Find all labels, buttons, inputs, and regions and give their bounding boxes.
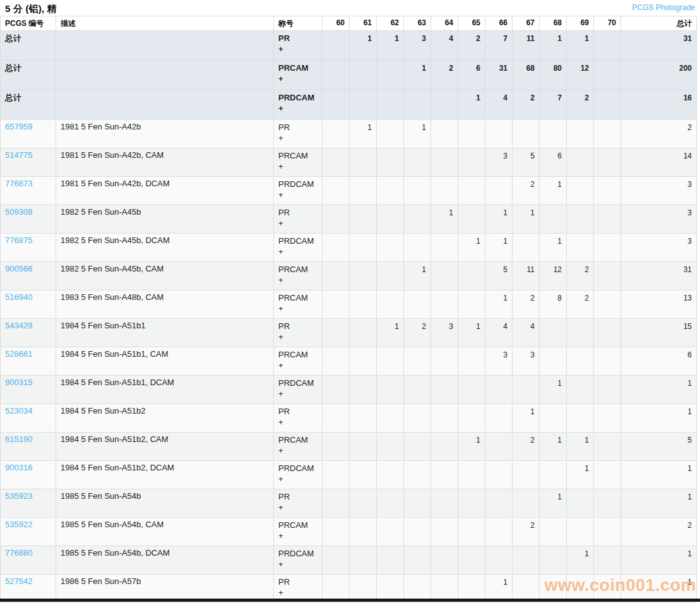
cell-grade-67: 4: [513, 319, 540, 347]
cell-total: 1: [621, 376, 697, 404]
cell-grade-70: [594, 31, 621, 61]
pcgs-number-link[interactable]: 776880: [5, 548, 32, 558]
cell-grade-65: [458, 262, 485, 290]
cell-grade-61: 1: [350, 120, 377, 148]
pcgs-number-link[interactable]: 523034: [5, 406, 32, 415]
cell-grade-60: [323, 290, 350, 319]
cell-pcgs-number: 543429: [1, 319, 56, 347]
pcgs-number-link[interactable]: 900316: [5, 463, 32, 472]
designation-label: PR: [278, 122, 317, 133]
cell-grade-64: [431, 177, 458, 205]
cell-total: 2: [621, 120, 697, 148]
cell-grade-66: 1: [485, 290, 513, 319]
cell-grade-61: [350, 404, 377, 433]
pcgs-number-link[interactable]: 776875: [5, 236, 32, 245]
cell-grade-66: [485, 376, 513, 404]
cell-grade-66: [485, 177, 513, 205]
pcgs-number-link[interactable]: 516940: [5, 292, 32, 302]
cell-grade-67: 68: [513, 61, 540, 90]
designation-plus: +: [278, 445, 317, 456]
designation-label: PRDCAM: [278, 236, 317, 246]
cell-grade-64: [431, 433, 458, 461]
cell-grade-67: 2: [513, 433, 540, 461]
cell-description: 1985 5 Fen Sun-A54b, DCAM: [56, 546, 274, 575]
cell-grade-68: 12: [540, 262, 567, 290]
table-row: 9003151984 5 Fen Sun-A51b1, DCAMPRDCAM+1…: [1, 376, 697, 404]
table-row: 5434291984 5 Fen Sun-A51b1PR+12314415: [1, 319, 697, 347]
cell-designation: PRCAM+: [274, 518, 323, 546]
cell-grade-69: 2: [567, 90, 594, 120]
cell-grade-68: 1: [540, 433, 567, 461]
cell-grade-62: [377, 148, 404, 177]
cell-grade-60: [323, 205, 350, 234]
page-title: 5 分 (铝), 精: [5, 3, 57, 15]
pcgs-number-link[interactable]: 528661: [5, 349, 32, 359]
designation-plus: +: [278, 360, 317, 371]
total-row: 总计PRCAM+12631688012200: [1, 61, 697, 90]
cell-grade-68: [540, 518, 567, 546]
column-header-pcgs: PCGS 编号: [1, 16, 56, 31]
column-header-total: 总计: [621, 16, 697, 31]
cell-grade-67: [513, 489, 540, 518]
table-row: 5147751981 5 Fen Sun-A42b, CAMPRCAM+3561…: [1, 148, 697, 177]
cell-grade-66: [485, 120, 513, 148]
designation-label: PRCAM: [278, 434, 317, 445]
table-row: 7768731981 5 Fen Sun-A42b, DCAMPRDCAM+21…: [1, 177, 697, 205]
designation-plus: +: [278, 133, 317, 143]
pcgs-number-link[interactable]: 900566: [5, 264, 32, 273]
cell-grade-61: [350, 205, 377, 234]
cell-grade-70: [594, 404, 621, 433]
pcgs-number-link[interactable]: 514775: [5, 150, 32, 160]
column-header-grade-68: 68: [540, 16, 567, 31]
cell-pcgs-number: 900315: [1, 376, 56, 404]
cell-grade-67: [513, 376, 540, 404]
cell-grade-65: 1: [458, 90, 485, 120]
cell-grade-60: [323, 546, 350, 575]
title-bar: 5 分 (铝), 精 PCGS Photograde: [0, 0, 700, 16]
cell-grade-62: [377, 546, 404, 575]
cell-grade-61: [350, 177, 377, 205]
cell-grade-64: 3: [431, 319, 458, 347]
pcgs-number-link[interactable]: 527542: [5, 576, 32, 586]
pcgs-number-link[interactable]: 615190: [5, 434, 32, 444]
pcgs-number-link[interactable]: 535923: [5, 491, 32, 501]
cell-grade-61: [350, 61, 377, 90]
cell-description: 1984 5 Fen Sun-A51b2, CAM: [56, 433, 274, 461]
cell-total: 2: [621, 518, 697, 546]
cell-pcgs-number: 535922: [1, 518, 56, 546]
cell-grade-69: [567, 347, 594, 376]
cell-grade-67: 1: [513, 205, 540, 234]
cell-grade-65: 1: [458, 319, 485, 347]
pcgs-number-link[interactable]: 776873: [5, 179, 32, 188]
cell-grade-66: 31: [485, 61, 513, 90]
pcgs-number-link[interactable]: 900315: [5, 378, 32, 387]
cell-grade-66: [485, 404, 513, 433]
pcgs-number-link[interactable]: 657959: [5, 122, 32, 131]
pcgs-number-link[interactable]: 543429: [5, 321, 32, 330]
cell-grade-65: [458, 177, 485, 205]
cell-description: 1984 5 Fen Sun-A51b2: [56, 404, 274, 433]
cell-grade-65: [458, 120, 485, 148]
cell-designation: PRCAM+: [274, 347, 323, 376]
designation-label: PR: [278, 576, 317, 587]
photograde-link[interactable]: PCGS Photograde: [632, 3, 695, 12]
cell-grade-67: 5: [513, 148, 540, 177]
pcgs-number-link[interactable]: 509308: [5, 207, 32, 217]
cell-pcgs-number: 528661: [1, 347, 56, 376]
cell-grade-66: 5: [485, 262, 513, 290]
cell-grade-62: [377, 262, 404, 290]
pcgs-number-link[interactable]: 535922: [5, 520, 32, 529]
cell-grade-66: [485, 433, 513, 461]
cell-grade-68: 1: [540, 489, 567, 518]
table-row: 7768801985 5 Fen Sun-A54b, DCAMPRDCAM+11: [1, 546, 697, 575]
cell-grade-61: [350, 90, 377, 120]
designation-plus: +: [278, 161, 317, 172]
cell-grade-66: 1: [485, 234, 513, 262]
cell-grade-70: [594, 518, 621, 546]
cell-description: 1985 5 Fen Sun-A54b: [56, 489, 274, 518]
cell-grade-69: [567, 404, 594, 433]
cell-grade-62: [377, 433, 404, 461]
cell-grade-67: [513, 120, 540, 148]
cell-grade-66: 1: [485, 205, 513, 234]
cell-pcgs-number: 总计: [1, 31, 56, 61]
